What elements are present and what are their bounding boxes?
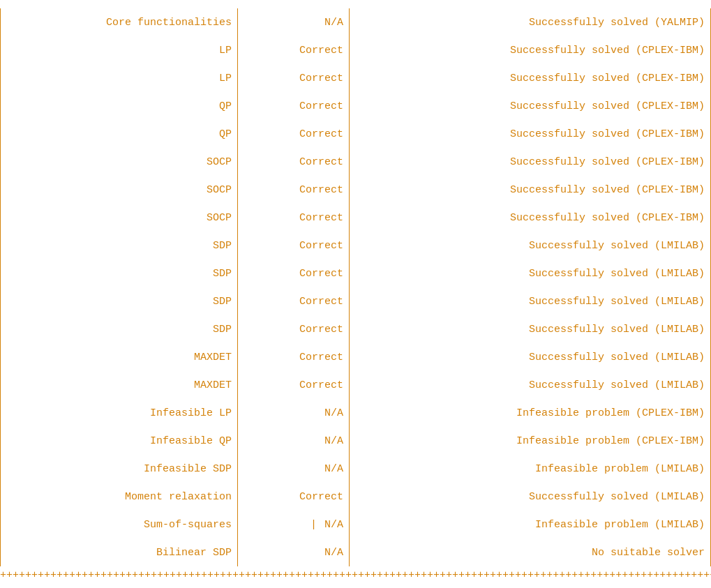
table-row: SDPCorrectSuccessfully solved (LMILAB) (0, 259, 711, 287)
col2-cell: Correct (238, 92, 350, 120)
col3-cell: Successfully solved (YALMIP) (350, 8, 711, 36)
col1-cell: SOCP (1, 204, 238, 232)
col1-cell: Bilinear SDP (1, 538, 238, 566)
col2-cell: Correct (238, 176, 350, 204)
table-row: LPCorrectSuccessfully solved (CPLEX-IBM) (0, 36, 711, 64)
col2-cell: Correct (238, 148, 350, 176)
table-row: Infeasible SDPN/AInfeasible problem (LMI… (0, 455, 711, 483)
col3-cell: Successfully solved (LMILAB) (350, 287, 711, 315)
col3-cell: Successfully solved (LMILAB) (350, 343, 711, 371)
col2-cell: Correct (238, 483, 350, 511)
col2-cell: N/A (238, 8, 350, 36)
col1-cell: SDP (1, 259, 238, 287)
col3-cell: Successfully solved (LMILAB) (350, 259, 711, 287)
col3-cell: Infeasible problem (CPLEX-IBM) (350, 399, 711, 427)
col3-cell: Successfully solved (LMILAB) (350, 232, 711, 259)
col3-cell: Successfully solved (CPLEX-IBM) (350, 148, 711, 176)
col3-cell: No suitable solver (350, 538, 711, 566)
col2-cell: N/A (238, 538, 350, 566)
col2-cell: Correct (238, 371, 350, 399)
col1-cell: QP (1, 92, 238, 120)
col2-cell: Correct (238, 259, 350, 287)
col2-cell: Correct (238, 120, 350, 148)
main-table: Core functionalitiesN/ASuccessfully solv… (0, 6, 711, 588)
col1-cell: LP (1, 36, 238, 64)
col1-cell: MAXDET (1, 371, 238, 399)
table-row: MAXDETCorrectSuccessfully solved (LMILAB… (0, 343, 711, 371)
col1-cell: SOCP (1, 148, 238, 176)
table-row: QPCorrectSuccessfully solved (CPLEX-IBM) (0, 92, 711, 120)
col1-cell: Sum-of-squares (1, 511, 238, 538)
col1-cell: LP (1, 64, 238, 92)
table-row: Bilinear SDPN/ANo suitable solver (0, 538, 711, 566)
col1-cell: QP (1, 120, 238, 148)
table-row: SDPCorrectSuccessfully solved (LMILAB) (0, 287, 711, 315)
col2-cell: Correct (238, 232, 350, 259)
table-row: LPCorrectSuccessfully solved (CPLEX-IBM) (0, 64, 711, 92)
col3-cell: Infeasible problem (LMILAB) (350, 455, 711, 483)
col1-cell: MAXDET (1, 343, 238, 371)
col1-cell: SDP (1, 287, 238, 315)
col2-cell: Correct (238, 315, 350, 343)
col1-cell: Infeasible LP (1, 399, 238, 427)
table-row: Infeasible QPN/AInfeasible problem (CPLE… (0, 427, 711, 455)
col1-cell: SOCP (1, 176, 238, 204)
col2-cell: Correct (238, 204, 350, 232)
table-row: Moment relaxationCorrectSuccessfully sol… (0, 483, 711, 511)
col2-cell: Correct (238, 287, 350, 315)
table-row: Sum-of-squares| N/AInfeasible problem (L… (0, 511, 711, 538)
table-row: Infeasible LPN/AInfeasible problem (CPLE… (0, 399, 711, 427)
col2-cell: N/A (238, 399, 350, 427)
col3-cell: Successfully solved (CPLEX-IBM) (350, 176, 711, 204)
col3-cell: Successfully solved (CPLEX-IBM) (350, 204, 711, 232)
col2-cell: | N/A (238, 511, 350, 538)
col1-cell: Infeasible QP (1, 427, 238, 455)
col2-cell: N/A (238, 427, 350, 455)
col3-cell: Successfully solved (LMILAB) (350, 315, 711, 343)
table-row: SDPCorrectSuccessfully solved (LMILAB) (0, 315, 711, 343)
table-row: SOCPCorrectSuccessfully solved (CPLEX-IB… (0, 176, 711, 204)
table-row: QPCorrectSuccessfully solved (CPLEX-IBM) (0, 120, 711, 148)
col1-cell: Core functionalities (1, 8, 238, 36)
col1-cell: Infeasible SDP (1, 455, 238, 483)
table-row: SDPCorrectSuccessfully solved (LMILAB) (0, 232, 711, 259)
table-row: MAXDETCorrectSuccessfully solved (LMILAB… (0, 371, 711, 399)
col3-cell: Successfully solved (LMILAB) (350, 483, 711, 511)
col3-cell: Successfully solved (CPLEX-IBM) (350, 36, 711, 64)
col2-cell: N/A (238, 455, 350, 483)
col1-cell: Moment relaxation (1, 483, 238, 511)
col3-cell: Infeasible problem (CPLEX-IBM) (350, 427, 711, 455)
col3-cell: Successfully solved (CPLEX-IBM) (350, 64, 711, 92)
table-row: Core functionalitiesN/ASuccessfully solv… (0, 8, 711, 36)
bottom-separator: ++++++++++++++++++++++++++++++++++++++++… (0, 566, 711, 584)
col3-cell: Successfully solved (LMILAB) (350, 371, 711, 399)
col1-cell: SDP (1, 315, 238, 343)
col1-cell: SDP (1, 232, 238, 259)
col2-cell: Correct (238, 343, 350, 371)
table-row: SOCPCorrectSuccessfully solved (CPLEX-IB… (0, 148, 711, 176)
col3-cell: Successfully solved (CPLEX-IBM) (350, 120, 711, 148)
col2-cell: Correct (238, 36, 350, 64)
col2-cell: Correct (238, 64, 350, 92)
table-row: SOCPCorrectSuccessfully solved (CPLEX-IB… (0, 204, 711, 232)
col3-cell: Successfully solved (CPLEX-IBM) (350, 92, 711, 120)
col3-cell: Infeasible problem (LMILAB) (350, 511, 711, 538)
